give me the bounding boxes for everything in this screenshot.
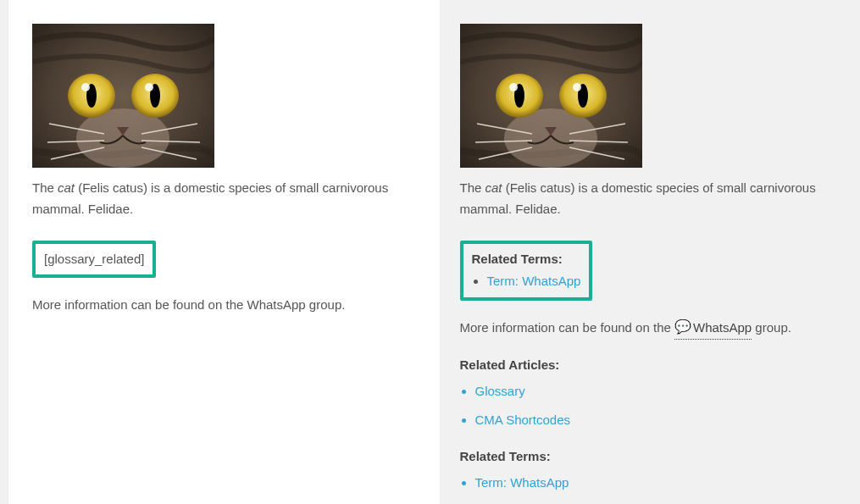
info-text: More information can be found on the 💬Wh…: [460, 318, 844, 340]
description-text: The cat (Felis catus) is a domestic spec…: [32, 178, 416, 220]
editor-preview-left: The cat (Felis catus) is a domestic spec…: [8, 0, 440, 504]
cat-image: [460, 24, 642, 168]
related-term-link[interactable]: Term: WhatsApp: [475, 475, 569, 490]
svg-point-14: [509, 83, 518, 91]
list-item: CMA Shortcodes: [475, 410, 844, 431]
list-item: Term: WhatsApp: [475, 473, 844, 494]
shortcode-highlight: [glossary_related]: [32, 241, 156, 279]
related-terms-list: Term: WhatsApp: [460, 473, 844, 494]
svg-point-6: [81, 83, 90, 91]
related-term-link[interactable]: Term: WhatsApp: [487, 274, 581, 288]
related-article-link[interactable]: Glossary: [475, 384, 525, 398]
cat-image: [32, 24, 214, 168]
related-articles-heading: Related Articles:: [460, 355, 844, 376]
chat-icon: 💬: [674, 320, 691, 334]
related-terms-heading: Related Terms:: [472, 249, 581, 270]
info-text: More information can be found on the Wha…: [32, 295, 416, 316]
related-article-link[interactable]: CMA Shortcodes: [475, 413, 571, 427]
svg-point-7: [145, 83, 153, 91]
shortcode-text: [glossary_related]: [44, 252, 144, 266]
list-item: Term: WhatsApp: [487, 271, 581, 292]
description-text: The cat (Felis catus) is a domestic spec…: [460, 178, 844, 220]
rendered-preview-right: The cat (Felis catus) is a domestic spec…: [460, 0, 852, 504]
list-item: Glossary: [475, 381, 844, 402]
svg-point-15: [573, 83, 581, 91]
related-terms-heading: Related Terms:: [460, 446, 844, 468]
related-terms-highlight: Related Terms: Term: WhatsApp: [460, 241, 593, 302]
related-articles-list: Glossary CMA Shortcodes: [460, 381, 844, 432]
whatsapp-glossary-link[interactable]: 💬WhatsApp: [674, 318, 752, 340]
